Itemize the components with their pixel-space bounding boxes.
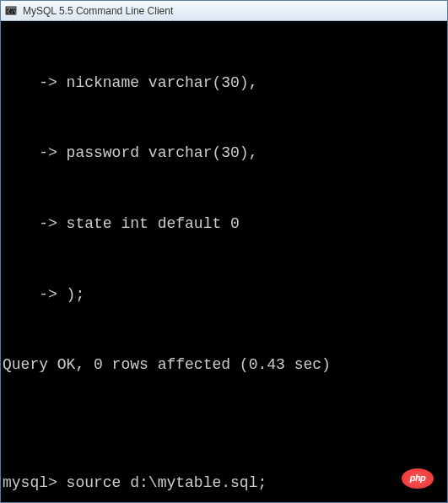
php-badge-label: php bbox=[410, 471, 426, 485]
terminal-line: Query OK, 0 rows affected (0.43 sec) bbox=[3, 354, 445, 377]
terminal-line: -> nickname varchar(30), bbox=[3, 72, 445, 95]
php-badge-icon: php bbox=[402, 468, 434, 489]
svg-text:C:\: C:\ bbox=[8, 8, 17, 14]
terminal-line: -> password varchar(30), bbox=[3, 142, 445, 165]
title-bar[interactable]: C:\ MySQL 5.5 Command Line Client bbox=[1, 1, 447, 21]
window-title: MySQL 5.5 Command Line Client bbox=[23, 5, 173, 17]
terminal-line: -> state int default 0 bbox=[3, 213, 445, 236]
app-icon: C:\ bbox=[4, 4, 18, 18]
terminal-output[interactable]: -> nickname varchar(30), -> password var… bbox=[1, 21, 447, 502]
terminal-line: -> ); bbox=[3, 284, 445, 307]
terminal-line: mysql> source d:\mytable.sql; bbox=[3, 472, 445, 495]
application-window: C:\ MySQL 5.5 Command Line Client -> nic… bbox=[0, 0, 448, 503]
